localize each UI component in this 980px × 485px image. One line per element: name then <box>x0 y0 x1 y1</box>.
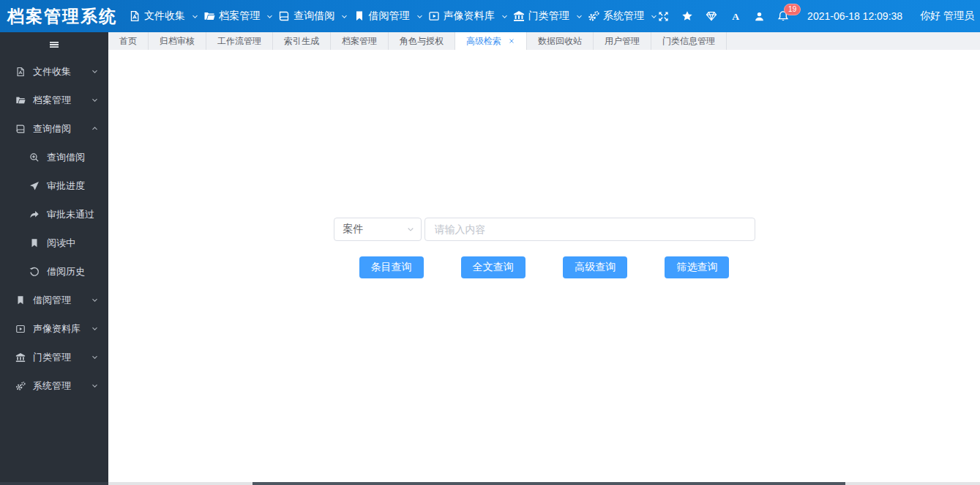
tab-label: 档案管理 <box>342 35 377 48</box>
tab-label: 角色与授权 <box>400 35 444 48</box>
tab-archive-review[interactable]: 归档审核 <box>149 32 206 50</box>
sidebar-subitem-label: 查询借阅 <box>47 151 85 164</box>
search-input[interactable] <box>424 218 755 241</box>
sidebar-subitem-reading[interactable]: 阅读中 <box>0 229 108 257</box>
nav-label: 系统管理 <box>603 10 644 23</box>
book-icon <box>278 10 290 22</box>
file-icon <box>129 10 141 22</box>
fulltext-query-button[interactable]: 全文查询 <box>461 256 525 278</box>
gears-icon <box>15 381 26 391</box>
nav-label: 档案管理 <box>219 10 260 23</box>
main-content: 案件 条目查询 全文查询 高级查询 筛选查询 <box>108 50 980 482</box>
gears-icon <box>588 10 599 22</box>
bank-icon <box>513 10 525 22</box>
sidebar-item-file-collection[interactable]: 文件收集 <box>0 57 108 86</box>
folder-open-icon <box>203 10 215 22</box>
nav-label: 声像资料库 <box>444 10 495 23</box>
chevron-down-icon <box>650 12 658 21</box>
scrollbar-corner <box>0 482 108 485</box>
header-utilities: 19 2021-06-18 12:09:38 你好 管理员 <box>658 10 980 23</box>
tab-label: 门类信息管理 <box>662 35 715 48</box>
font-size-icon[interactable] <box>730 10 741 22</box>
tab-index-generation[interactable]: 索引生成 <box>273 32 331 50</box>
sidebar-subitem-label: 阅读中 <box>47 237 75 250</box>
chevron-down-icon <box>91 325 99 333</box>
chevron-down-icon <box>91 382 99 390</box>
notifications-bell[interactable]: 19 <box>777 10 789 22</box>
scrollbar-thumb[interactable] <box>253 482 845 485</box>
search-plus-icon <box>29 152 40 163</box>
sidebar-subitem-query-borrow[interactable]: 查询借阅 <box>0 143 108 171</box>
sidebar-subitem-approval-rejected[interactable]: 审批未通过 <box>0 200 108 229</box>
filter-query-button[interactable]: 筛选查询 <box>665 256 729 278</box>
bookmark-icon <box>15 295 26 306</box>
entry-query-button[interactable]: 条目查询 <box>359 256 424 278</box>
sidebar-item-label: 门类管理 <box>33 351 71 364</box>
chevron-down-icon <box>416 12 424 21</box>
chevron-down-icon <box>91 296 99 304</box>
sidebar-item-borrow-management[interactable]: 借阅管理 <box>0 286 108 314</box>
user-icon[interactable] <box>754 11 765 22</box>
close-icon[interactable] <box>508 37 515 45</box>
expand-icon[interactable] <box>658 11 669 22</box>
sidebar: 文件收集 档案管理 查询借阅 查询借阅 审批进度 审批未通过 阅读中 借阅历史 … <box>0 32 108 482</box>
gem-icon[interactable] <box>706 10 717 22</box>
collapse-sidebar-button[interactable] <box>0 32 108 57</box>
tab-category-info-management[interactable]: 门类信息管理 <box>651 32 727 50</box>
sidebar-subitem-borrow-history[interactable]: 借阅历史 <box>0 257 108 286</box>
search-row: 案件 <box>334 218 755 241</box>
tab-home[interactable]: 首页 <box>108 32 149 50</box>
nav-item-archive-management[interactable]: 档案管理 <box>203 10 274 23</box>
sidebar-item-label: 查询借阅 <box>33 122 71 136</box>
bank-icon <box>15 352 26 363</box>
advanced-query-button[interactable]: 高级查询 <box>563 256 627 278</box>
book-icon <box>15 124 26 134</box>
sidebar-item-label: 文件收集 <box>33 65 71 78</box>
sidebar-item-category-management[interactable]: 门类管理 <box>0 343 108 371</box>
sidebar-subitem-label: 审批未通过 <box>47 208 94 221</box>
select-value: 案件 <box>343 223 364 236</box>
sidebar-item-media-library[interactable]: 声像资料库 <box>0 314 108 343</box>
chevron-down-icon <box>406 225 415 234</box>
sidebar-item-label: 借阅管理 <box>33 294 71 307</box>
chevron-down-icon <box>340 12 348 21</box>
nav-label: 文件收集 <box>144 10 185 23</box>
tab-label: 用户管理 <box>605 35 640 48</box>
top-header: 档案管理系统 文件收集 档案管理 查询借阅 借阅管理 声像资料库 <box>0 0 980 32</box>
sidebar-item-label: 档案管理 <box>33 94 71 107</box>
horizontal-scrollbar <box>0 482 980 485</box>
redo-arrow-icon <box>29 210 40 220</box>
nav-item-query-borrow[interactable]: 查询借阅 <box>278 10 348 23</box>
nav-item-media-library[interactable]: 声像资料库 <box>428 10 509 23</box>
nav-item-category-management[interactable]: 门类管理 <box>513 10 583 23</box>
nav-label: 借阅管理 <box>369 10 410 23</box>
search-type-select[interactable]: 案件 <box>334 218 422 241</box>
nav-item-file-collection[interactable]: 文件收集 <box>129 10 199 23</box>
tab-roles-authorization[interactable]: 角色与授权 <box>389 32 455 50</box>
send-icon <box>29 181 40 191</box>
tab-archive-management[interactable]: 档案管理 <box>331 32 389 50</box>
media-icon <box>428 10 440 22</box>
chevron-up-icon <box>91 125 99 133</box>
nav-item-system-management[interactable]: 系统管理 <box>588 10 658 23</box>
sidebar-item-archive-management[interactable]: 档案管理 <box>0 86 108 114</box>
greeting-text[interactable]: 你好 管理员 <box>920 10 974 23</box>
chevron-down-icon <box>501 12 509 21</box>
chevron-down-icon <box>91 96 99 104</box>
chevron-down-icon <box>266 12 274 21</box>
sidebar-item-query-borrow[interactable]: 查询借阅 <box>0 114 108 143</box>
tab-user-management[interactable]: 用户管理 <box>594 32 651 50</box>
sidebar-subitem-label: 借阅历史 <box>47 265 85 278</box>
search-buttons-row: 条目查询 全文查询 高级查询 筛选查询 <box>359 256 730 278</box>
history-icon <box>29 267 40 277</box>
sidebar-item-system-management[interactable]: 系统管理 <box>0 371 108 400</box>
tab-label: 数据回收站 <box>538 35 582 48</box>
nav-item-borrow-management[interactable]: 借阅管理 <box>354 10 424 23</box>
tab-advanced-search[interactable]: 高级检索 <box>455 32 527 50</box>
tab-recycle-bin[interactable]: 数据回收站 <box>527 32 594 50</box>
star-icon[interactable] <box>681 10 693 22</box>
tab-label: 首页 <box>119 35 137 48</box>
tab-label: 工作流管理 <box>217 35 261 48</box>
sidebar-subitem-approval-progress[interactable]: 审批进度 <box>0 171 108 200</box>
tab-workflow-management[interactable]: 工作流管理 <box>206 32 273 50</box>
